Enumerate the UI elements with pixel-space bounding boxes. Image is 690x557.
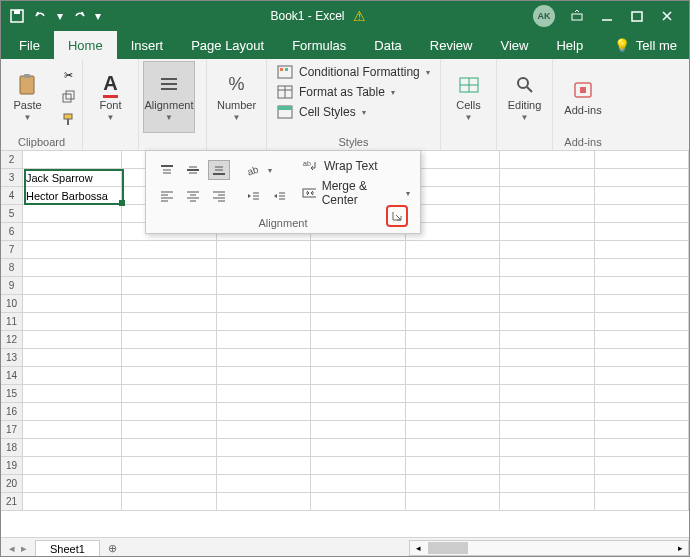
row-header[interactable]: 7 [1,241,23,259]
cell[interactable] [500,349,594,367]
cell[interactable] [406,475,500,493]
row-header[interactable]: 20 [1,475,23,493]
cell[interactable] [500,331,594,349]
cell[interactable] [23,385,122,403]
dialog-launcher-icon[interactable] [386,205,408,227]
maximize-icon[interactable] [623,2,651,30]
cell[interactable] [311,493,405,511]
cell[interactable] [23,205,122,223]
redo-icon[interactable] [69,6,89,26]
cell[interactable] [217,421,311,439]
sheet-next-icon[interactable]: ▸ [21,542,27,555]
cell[interactable] [311,295,405,313]
increase-indent-icon[interactable] [268,186,290,206]
cell[interactable] [500,151,594,169]
cell[interactable] [23,223,122,241]
cut-icon[interactable]: ✂ [58,65,78,85]
cell[interactable] [406,277,500,295]
cell[interactable] [311,259,405,277]
cell[interactable] [122,385,216,403]
save-icon[interactable] [7,6,27,26]
qat-customize-icon[interactable]: ▾ [93,6,103,26]
cell[interactable] [23,151,122,169]
cell[interactable] [595,367,689,385]
cell[interactable] [500,241,594,259]
cell[interactable] [23,349,122,367]
row-header[interactable]: 17 [1,421,23,439]
cell[interactable] [311,367,405,385]
sheet-tab-1[interactable]: Sheet1 [35,540,100,557]
cell[interactable] [406,457,500,475]
cell[interactable] [23,421,122,439]
ribbon-options-icon[interactable] [563,2,591,30]
cell[interactable] [500,295,594,313]
cell[interactable] [217,385,311,403]
cell[interactable] [122,421,216,439]
alignment-button[interactable]: Alignment ▼ [143,61,195,133]
cell[interactable] [595,277,689,295]
cell[interactable] [217,331,311,349]
cell[interactable] [500,169,594,187]
horizontal-scrollbar[interactable]: ◂ ▸ [409,540,689,556]
cell[interactable] [406,349,500,367]
cell[interactable] [217,313,311,331]
cells-button[interactable]: Cells ▼ [445,61,492,133]
cell[interactable] [500,313,594,331]
cell[interactable] [311,439,405,457]
cell[interactable] [217,493,311,511]
cell[interactable] [595,241,689,259]
paste-button[interactable]: Paste ▼ [5,61,50,133]
cell[interactable] [595,223,689,241]
cell[interactable] [595,439,689,457]
cell[interactable] [406,367,500,385]
align-right-icon[interactable] [208,186,230,206]
cell[interactable] [500,457,594,475]
cell[interactable] [595,331,689,349]
cell[interactable] [217,439,311,457]
align-left-icon[interactable] [156,186,178,206]
cell[interactable] [23,457,122,475]
row-header[interactable]: 14 [1,367,23,385]
row-header[interactable]: 18 [1,439,23,457]
cell[interactable] [311,421,405,439]
cell[interactable] [122,349,216,367]
cell[interactable] [23,475,122,493]
cell[interactable] [500,403,594,421]
add-sheet-icon[interactable]: ⊕ [100,542,125,555]
editing-button[interactable]: Editing ▼ [501,61,548,133]
tab-data[interactable]: Data [360,31,415,59]
tab-help[interactable]: Help [542,31,597,59]
cell[interactable] [406,295,500,313]
cell[interactable] [217,457,311,475]
cell[interactable] [122,277,216,295]
cell[interactable] [406,259,500,277]
cell[interactable] [406,493,500,511]
cell[interactable] [23,493,122,511]
cell[interactable] [406,331,500,349]
cell[interactable] [406,241,500,259]
cell[interactable] [311,457,405,475]
cell[interactable] [311,241,405,259]
cell[interactable] [122,367,216,385]
cell[interactable] [311,475,405,493]
cell[interactable] [595,259,689,277]
copy-icon[interactable] [58,87,78,107]
cell[interactable] [500,439,594,457]
row-header[interactable]: 4 [1,187,23,205]
cell[interactable] [595,187,689,205]
cell[interactable] [595,169,689,187]
row-header[interactable]: 6 [1,223,23,241]
cell[interactable]: Jack Sparrow [23,169,122,187]
row-header[interactable]: 9 [1,277,23,295]
cell[interactable] [23,367,122,385]
cell[interactable] [23,331,122,349]
cell[interactable] [122,331,216,349]
cell[interactable] [122,403,216,421]
cell[interactable] [217,367,311,385]
cell[interactable] [500,367,594,385]
cell[interactable] [23,439,122,457]
cell[interactable] [500,277,594,295]
minimize-icon[interactable] [593,2,621,30]
cell[interactable] [595,205,689,223]
cell[interactable] [595,151,689,169]
